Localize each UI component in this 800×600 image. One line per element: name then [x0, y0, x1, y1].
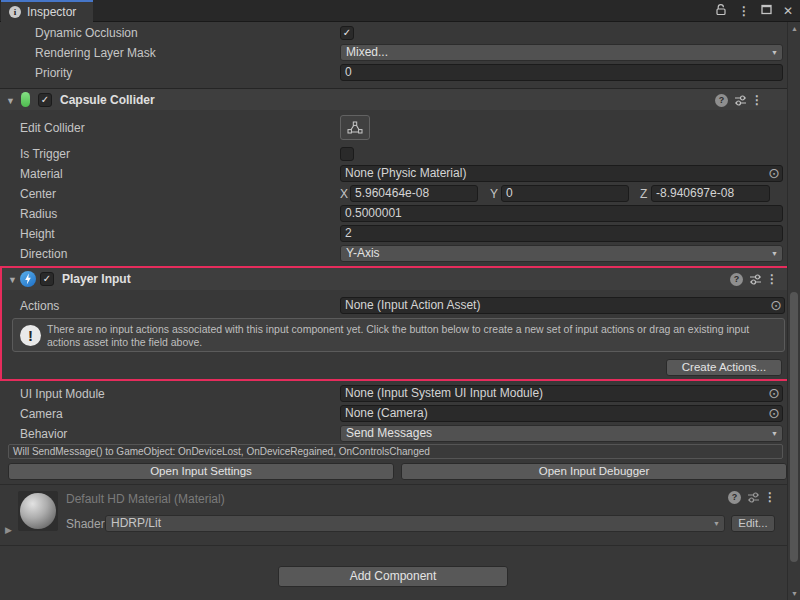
- dropdown-arrow-icon: ▼: [771, 430, 778, 438]
- tab-inspector[interactable]: i Inspector: [1, 0, 93, 22]
- player-input-help-box: ! There are no input actions associated …: [12, 318, 785, 352]
- radius-row: Radius 0.5000001: [0, 204, 787, 224]
- behavior-row: Behavior Send Messages ▼: [0, 424, 787, 444]
- unity-inspector-window: { "colors": { "accent_blue": "#4676C8", …: [0, 0, 800, 600]
- radius-input[interactable]: 0.5000001: [340, 205, 783, 222]
- scrollbar-thumb[interactable]: [790, 292, 798, 562]
- material-section: ▶ Default HD Material (Material) ? ⋮ Sha…: [0, 484, 787, 546]
- actions-row: Actions None (Input Action Asset) ⊙: [2, 296, 789, 316]
- height-row: Height 2: [0, 224, 787, 244]
- open-input-settings-button[interactable]: Open Input Settings: [8, 463, 394, 480]
- rendering-layer-mask-dropdown[interactable]: Mixed... ▼: [340, 44, 783, 61]
- component-menu-icon[interactable]: ⋮: [766, 272, 778, 286]
- capsule-collider-title: Capsule Collider: [60, 89, 155, 111]
- axis-y-label: Y: [490, 184, 498, 204]
- material-preview-thumbnail: [18, 491, 58, 531]
- capsule-collider-header[interactable]: ▼ ✓ Capsule Collider ? ⋮: [0, 88, 787, 110]
- player-input-icon: [20, 271, 36, 287]
- height-input[interactable]: 2: [340, 225, 783, 242]
- player-input-enabled-checkbox[interactable]: ✓: [40, 272, 54, 286]
- foldout-closed-icon[interactable]: ▶: [5, 525, 12, 535]
- center-label: Center: [20, 184, 56, 204]
- close-icon[interactable]: ✕: [783, 4, 793, 18]
- actions-object-field[interactable]: None (Input Action Asset) ⊙: [340, 297, 785, 314]
- shader-value: HDRP/Lit: [111, 516, 161, 530]
- dynamic-occlusion-checkbox[interactable]: ✓: [340, 26, 354, 40]
- axis-z-label: Z: [640, 184, 647, 204]
- shader-label: Shader: [66, 514, 105, 534]
- maximize-icon[interactable]: [761, 4, 772, 18]
- player-input-title: Player Input: [62, 268, 131, 290]
- inspector-info-icon: i: [9, 6, 21, 18]
- window-controls: ⋮ ✕: [715, 2, 793, 20]
- direction-label: Direction: [20, 244, 67, 264]
- dynamic-occlusion-label: Dynamic Occlusion: [35, 23, 138, 43]
- scroll-down-arrow[interactable]: ▼: [788, 590, 800, 597]
- player-input-highlight-box: ▼ ✓ Player Input ? ⋮ Actions None (Input…: [0, 266, 791, 381]
- is-trigger-checkbox[interactable]: [340, 147, 354, 161]
- direction-value: Y-Axis: [346, 246, 380, 260]
- open-input-debugger-button[interactable]: Open Input Debugger: [401, 463, 787, 480]
- shader-edit-button[interactable]: Edit...: [731, 515, 775, 532]
- ui-input-module-row: UI Input Module None (Input System UI In…: [0, 384, 787, 404]
- object-picker-icon[interactable]: ⊙: [768, 405, 780, 422]
- help-icon[interactable]: ?: [728, 491, 741, 504]
- center-x-input[interactable]: 5.960464e-08: [350, 185, 478, 202]
- edit-collider-label: Edit Collider: [20, 115, 85, 141]
- camera-row: Camera None (Camera) ⊙: [0, 404, 787, 424]
- presets-icon[interactable]: [734, 94, 747, 110]
- capsule-collider-enabled-checkbox[interactable]: ✓: [38, 93, 52, 107]
- help-icon[interactable]: ?: [730, 273, 743, 286]
- behavior-dropdown[interactable]: Send Messages ▼: [340, 425, 783, 442]
- edit-collider-row: Edit Collider: [0, 115, 787, 141]
- direction-dropdown[interactable]: Y-Axis ▼: [340, 245, 783, 262]
- rendering-layer-mask-row: Rendering Layer Mask Mixed... ▼: [0, 43, 787, 63]
- warning-icon: !: [20, 325, 41, 346]
- material-object-field[interactable]: None (Physic Material) ⊙: [340, 165, 783, 182]
- object-picker-icon[interactable]: ⊙: [770, 297, 782, 314]
- component-menu-icon[interactable]: ⋮: [764, 490, 776, 504]
- object-picker-icon[interactable]: ⊙: [768, 165, 780, 182]
- help-box-text: There are no input actions associated wi…: [47, 323, 776, 349]
- scroll-up-arrow[interactable]: ▲: [788, 25, 800, 32]
- tab-label: Inspector: [27, 2, 76, 23]
- center-y-input[interactable]: 0: [501, 185, 629, 202]
- tab-bar: i Inspector ⋮ ✕: [0, 0, 800, 22]
- center-row: Center X 5.960464e-08 Y 0 Z -8.940697e-0…: [0, 184, 787, 204]
- camera-object-field[interactable]: None (Camera) ⊙: [340, 405, 783, 422]
- direction-row: Direction Y-Axis ▼: [0, 244, 787, 264]
- priority-input[interactable]: 0: [340, 64, 783, 81]
- window-menu-icon[interactable]: ⋮: [738, 4, 750, 18]
- ui-input-module-label: UI Input Module: [20, 384, 105, 404]
- is-trigger-row: Is Trigger: [0, 144, 787, 164]
- camera-value: None (Camera): [345, 406, 428, 420]
- foldout-open-icon[interactable]: ▼: [8, 275, 17, 285]
- unlock-icon[interactable]: [715, 3, 727, 19]
- foldout-open-icon[interactable]: ▼: [6, 96, 15, 106]
- help-icon[interactable]: ?: [715, 94, 728, 107]
- rendering-layer-mask-label: Rendering Layer Mask: [35, 43, 156, 63]
- player-input-header[interactable]: ▼ ✓ Player Input ? ⋮: [2, 268, 789, 290]
- dropdown-arrow-icon: ▼: [713, 520, 720, 528]
- material-value: None (Physic Material): [345, 166, 466, 180]
- presets-icon[interactable]: [747, 491, 760, 507]
- shader-dropdown[interactable]: HDRP/Lit ▼: [105, 515, 725, 532]
- center-z-input[interactable]: -8.940697e-08: [651, 185, 770, 202]
- dropdown-arrow-icon: ▼: [771, 49, 778, 57]
- height-label: Height: [20, 224, 55, 244]
- actions-label: Actions: [20, 296, 59, 316]
- material-sphere-preview: [20, 493, 56, 529]
- center-vector-fields: X 5.960464e-08 Y 0 Z -8.940697e-08: [340, 184, 770, 204]
- material-label: Material: [20, 164, 63, 184]
- behavior-label: Behavior: [20, 424, 67, 444]
- component-menu-icon[interactable]: ⋮: [751, 93, 763, 107]
- create-actions-button[interactable]: Create Actions...: [666, 359, 782, 376]
- behavior-info-box: Will SendMessage() to GameObject: OnDevi…: [8, 444, 783, 459]
- dropdown-arrow-icon: ▼: [771, 250, 778, 258]
- object-picker-icon[interactable]: ⊙: [768, 385, 780, 402]
- add-component-button[interactable]: Add Component: [278, 566, 508, 587]
- presets-icon[interactable]: [749, 273, 762, 289]
- ui-input-module-object-field[interactable]: None (Input System UI Input Module) ⊙: [340, 385, 783, 402]
- edit-collider-button[interactable]: [340, 115, 370, 140]
- capsule-collider-icon: [21, 92, 30, 107]
